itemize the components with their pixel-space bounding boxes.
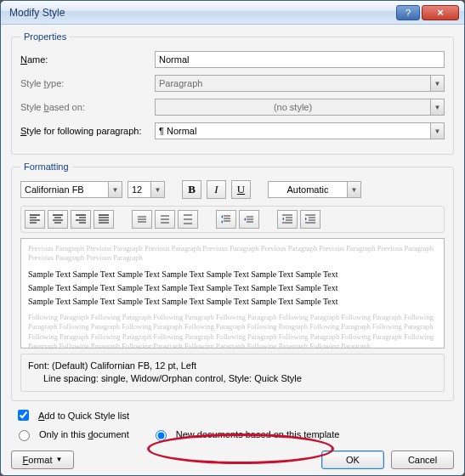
formatting-group: Formatting Californian FB ▼ 12 ▼ B I U A…	[11, 162, 454, 401]
spacing-2-button[interactable]	[178, 210, 198, 229]
following-label: Style for following paragraph:	[20, 126, 155, 136]
properties-legend: Properties	[20, 31, 70, 42]
preview-sample-2: Sample Text Sample Text Sample Text Samp…	[28, 281, 437, 295]
preview-box: Previous Paragraph Previous Paragraph Pr…	[20, 238, 445, 348]
chevron-down-icon[interactable]: ▼	[430, 123, 444, 139]
chevron-down-icon[interactable]: ▼	[108, 182, 122, 197]
window-title: Modify Style	[9, 7, 394, 19]
chevron-down-icon: ▼	[430, 99, 444, 115]
size-combo[interactable]: 12 ▼	[128, 181, 165, 198]
style-based-combo: (no style) ▼	[155, 99, 445, 116]
preview-previous: Previous Paragraph Previous Paragraph Pr…	[28, 244, 437, 264]
chevron-down-icon[interactable]: ▼	[150, 182, 164, 197]
align-left-button[interactable]	[25, 210, 45, 229]
style-based-label: Style based on:	[20, 102, 155, 112]
bold-button[interactable]: B	[182, 180, 201, 199]
paragraph-toolbar	[20, 206, 445, 233]
preview-sample-3: Sample Text Sample Text Sample Text Samp…	[28, 295, 437, 309]
format-button[interactable]: Format▼	[11, 450, 74, 469]
add-quick-style-checkbox[interactable]	[18, 410, 29, 421]
new-documents-radio[interactable]	[156, 430, 167, 441]
add-quick-style-label: Add to Quick Style list	[38, 411, 129, 421]
chevron-down-icon[interactable]: ▼	[347, 182, 360, 197]
desc-line-1: Font: (Default) Californian FB, 12 pt, L…	[28, 360, 437, 372]
name-input[interactable]	[155, 51, 445, 68]
style-type-label: Style type:	[20, 78, 155, 88]
bottom-options: Add to Quick Style list Only in this doc…	[11, 408, 454, 442]
align-right-button[interactable]	[71, 210, 91, 229]
close-button[interactable]: ×	[422, 5, 459, 20]
chevron-down-icon: ▼	[430, 76, 444, 91]
only-in-document-label: Only in this document	[39, 429, 129, 439]
new-documents-label: New documents based on this template	[176, 429, 340, 439]
spacing-1-button[interactable]	[132, 210, 152, 229]
underline-button[interactable]: U	[231, 180, 251, 199]
properties-group: Properties Name: Style type: Paragraph ▼…	[11, 31, 454, 155]
following-combo[interactable]: ¶ Normal ▼	[155, 122, 445, 139]
preview-sample-1: Sample Text Sample Text Sample Text Samp…	[28, 268, 437, 281]
space-before-dec-button[interactable]	[239, 210, 259, 229]
modify-style-dialog: Modify Style ? × Properties Name: Style …	[0, 0, 465, 476]
space-before-inc-button[interactable]	[216, 210, 236, 229]
indent-decrease-button[interactable]	[277, 210, 298, 229]
formatting-legend: Formatting	[20, 162, 72, 172]
italic-button[interactable]: I	[207, 180, 226, 199]
only-in-document-radio[interactable]	[19, 430, 30, 441]
svg-marker-40	[305, 218, 307, 221]
spacing-15-button[interactable]	[155, 210, 175, 229]
font-combo[interactable]: Californian FB ▼	[20, 181, 122, 198]
svg-marker-35	[282, 218, 284, 221]
align-center-button[interactable]	[48, 210, 68, 229]
ok-button[interactable]: OK	[321, 450, 384, 469]
align-justify-button[interactable]	[94, 210, 114, 229]
indent-increase-button[interactable]	[300, 210, 320, 229]
font-color-combo[interactable]: Automatic ▼	[268, 181, 361, 198]
titlebar: Modify Style ? ×	[1, 1, 464, 25]
help-button[interactable]: ?	[396, 5, 420, 20]
style-type-combo: Paragraph ▼	[155, 75, 445, 92]
desc-line-2: Line spacing: single, Widow/Orphan contr…	[28, 372, 437, 385]
preview-following: Following Paragraph Following Paragraph …	[28, 313, 437, 348]
name-label: Name:	[20, 54, 155, 65]
style-description: Font: (Default) Californian FB, 12 pt, L…	[20, 354, 445, 392]
cancel-button[interactable]: Cancel	[391, 450, 454, 469]
